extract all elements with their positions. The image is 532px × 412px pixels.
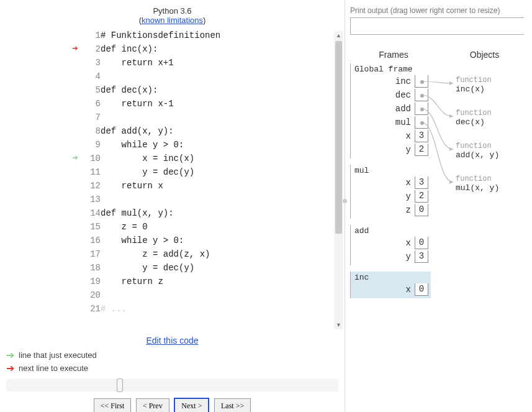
code-line bbox=[101, 193, 220, 206]
code-line: def add(x, y): bbox=[101, 124, 220, 138]
line-number: 15 bbox=[78, 220, 101, 234]
variable-name: mul bbox=[395, 117, 415, 127]
variable-row: z0 bbox=[351, 204, 431, 216]
arrow-next-icon: ➔ bbox=[6, 362, 19, 374]
code-line: z = add(z, x) bbox=[101, 247, 220, 261]
print-output-box[interactable] bbox=[350, 17, 524, 35]
line-number: 19 bbox=[78, 275, 101, 288]
legend-prev-label: line that just executed bbox=[19, 350, 97, 360]
line-number: 3 bbox=[78, 56, 101, 70]
line-number: 18 bbox=[78, 261, 101, 275]
code-line: while y > 0: bbox=[101, 234, 220, 247]
language-label: Python 3.6 bbox=[153, 6, 191, 16]
variable-row: mul bbox=[351, 116, 431, 129]
variable-row: inc bbox=[351, 75, 431, 88]
line-number: 16 bbox=[78, 234, 101, 247]
code-table: 1# Funktionsdefinitionen➔2def inc(x):3 r… bbox=[62, 29, 220, 316]
code-line: while y > 0: bbox=[101, 138, 220, 152]
object-repr: inc(x) bbox=[456, 85, 499, 94]
first-button[interactable]: << First bbox=[94, 398, 132, 412]
step-slider[interactable] bbox=[6, 379, 338, 391]
frame-title: inc bbox=[351, 273, 431, 282]
line-number: 8 bbox=[78, 124, 101, 138]
scroll-thumb[interactable] bbox=[335, 41, 342, 234]
edit-code-link[interactable]: Edit this code bbox=[146, 336, 198, 346]
variable-name: inc bbox=[395, 76, 415, 86]
scroll-down-icon[interactable]: ▼ bbox=[334, 321, 343, 329]
next-button[interactable]: Next > bbox=[174, 398, 209, 412]
code-line bbox=[101, 288, 220, 302]
arrow-prev-icon: ➔ bbox=[6, 349, 19, 361]
prev-button[interactable]: < Prev bbox=[136, 398, 169, 412]
object-item: functionadd(x, y) bbox=[456, 142, 499, 160]
last-button[interactable]: Last >> bbox=[214, 398, 251, 412]
code-line: return z bbox=[101, 275, 220, 288]
code-line bbox=[101, 111, 220, 124]
line-number: 2 bbox=[78, 42, 101, 56]
frame-block: mulx3y2z0 bbox=[350, 165, 431, 219]
line-number: 4 bbox=[78, 70, 101, 83]
variable-row: x3 bbox=[351, 176, 431, 189]
line-number: 11 bbox=[78, 165, 101, 179]
line-number: 5 bbox=[78, 83, 101, 97]
line-number: 1 bbox=[78, 29, 101, 42]
variable-row: y3 bbox=[351, 250, 431, 263]
object-type: function bbox=[456, 109, 499, 117]
line-number: 12 bbox=[78, 179, 101, 193]
variable-name: z bbox=[406, 205, 415, 215]
code-line bbox=[101, 70, 220, 83]
pointer-box bbox=[415, 75, 428, 88]
code-line: def inc(x): bbox=[101, 42, 220, 56]
object-repr: add(x, y) bbox=[456, 150, 499, 160]
pointer-box bbox=[415, 116, 428, 129]
object-item: functionmul(x, y) bbox=[456, 175, 499, 193]
code-scrollbar[interactable]: ▲ ▼ bbox=[334, 31, 343, 329]
line-number: 17 bbox=[78, 247, 101, 261]
pointer-box bbox=[415, 103, 428, 115]
variable-name: y bbox=[406, 252, 415, 262]
known-limitations-link[interactable]: known limitations bbox=[142, 16, 203, 25]
variable-name: x bbox=[406, 178, 415, 188]
code-line: def dec(x): bbox=[101, 83, 220, 97]
code-line: def mul(x, y): bbox=[101, 206, 220, 220]
line-number: 20 bbox=[78, 288, 101, 302]
variable-row: y2 bbox=[351, 144, 431, 156]
variable-name: y bbox=[406, 191, 415, 201]
objects-header: Objects bbox=[437, 50, 532, 60]
frame-title: mul bbox=[351, 166, 431, 175]
frame-block: incx0 bbox=[350, 272, 431, 298]
variable-row: add bbox=[351, 103, 431, 115]
slider-knob[interactable] bbox=[117, 378, 123, 392]
language-header: Python 3.6 (known limitations) bbox=[0, 6, 345, 25]
code-line: return x-1 bbox=[101, 97, 220, 111]
variable-value: 0 bbox=[415, 237, 428, 249]
variable-value: 3 bbox=[415, 130, 428, 142]
line-number: 9 bbox=[78, 138, 101, 152]
variable-value: 3 bbox=[415, 250, 428, 263]
variable-name: x bbox=[406, 285, 415, 295]
object-repr: mul(x, y) bbox=[456, 183, 499, 193]
code-line: z = 0 bbox=[101, 220, 220, 234]
line-number: 6 bbox=[78, 97, 101, 111]
variable-value: 2 bbox=[415, 190, 428, 203]
arrow-next-icon: ➔ bbox=[72, 43, 78, 55]
variable-value: 2 bbox=[415, 144, 428, 156]
object-type: function bbox=[456, 175, 499, 183]
pane-divider-handle[interactable] bbox=[343, 199, 347, 203]
code-line: y = dec(y) bbox=[101, 261, 220, 275]
object-type: function bbox=[456, 142, 499, 150]
object-repr: dec(x) bbox=[456, 117, 499, 127]
code-line: return x+1 bbox=[101, 56, 220, 70]
variable-row: x0 bbox=[351, 283, 431, 296]
variable-name: y bbox=[406, 145, 415, 155]
object-item: functiondec(x) bbox=[456, 109, 499, 127]
line-number: 13 bbox=[78, 193, 101, 206]
frame-block: Global frameincdecaddmulx3y2 bbox=[350, 63, 431, 158]
frame-title: add bbox=[351, 226, 431, 236]
pointer-box bbox=[415, 89, 428, 101]
scroll-up-icon[interactable]: ▲ bbox=[334, 31, 343, 40]
code-line: return x bbox=[101, 179, 220, 193]
variable-name: add bbox=[395, 104, 415, 114]
print-output-label: Print output (drag lower right corner to… bbox=[350, 6, 532, 15]
variable-name: x bbox=[406, 131, 415, 141]
